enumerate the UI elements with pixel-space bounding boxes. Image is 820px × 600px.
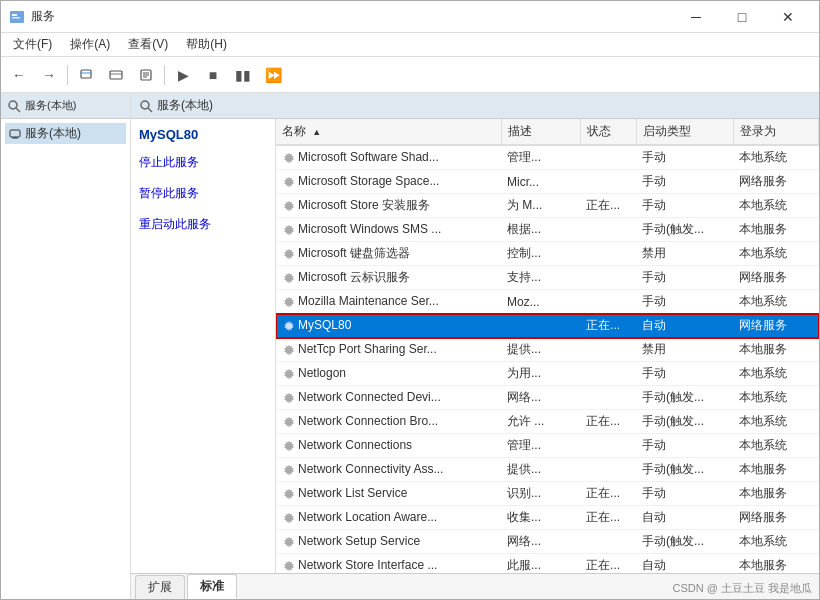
service-name-cell: Network Setup Service <box>276 530 501 554</box>
table-row[interactable]: Network Setup Service 网络... 手动(触发... 本地系… <box>276 530 819 554</box>
service-startup-cell: 手动 <box>636 290 733 314</box>
main-content: 服务(本地) 服务(本地) 服务(本地 <box>1 93 819 599</box>
back-button[interactable]: ← <box>5 61 33 89</box>
service-startup-cell: 手动(触发... <box>636 530 733 554</box>
service-desc-cell: 网络... <box>501 530 580 554</box>
toolbar-separator-1 <box>67 65 68 85</box>
service-desc-cell: 支持... <box>501 266 580 290</box>
table-row[interactable]: Microsoft Storage Space... Micr... 手动 网络… <box>276 170 819 194</box>
service-name-cell: Microsoft Storage Space... <box>276 170 501 194</box>
sidebar-tree: 服务(本地) <box>1 119 130 599</box>
table-header-row: 名称 ▲ 描述 状态 启动类型 登录为 <box>276 119 819 145</box>
service-startup-cell: 自动 <box>636 554 733 574</box>
show-button[interactable] <box>102 61 130 89</box>
service-desc-cell: 允许 ... <box>501 410 580 434</box>
service-actions: 停止此服务 暂停此服务 重启动此服务 <box>139 154 267 233</box>
tab-standard[interactable]: 标准 <box>187 574 237 599</box>
service-status-cell <box>580 145 636 170</box>
table-row[interactable]: Network Location Aware... 收集... 正在... 自动… <box>276 506 819 530</box>
service-startup-cell: 手动 <box>636 482 733 506</box>
properties-button[interactable] <box>132 61 160 89</box>
title-left: 服务 <box>9 8 55 25</box>
menu-help[interactable]: 帮助(H) <box>178 34 235 55</box>
table-row[interactable]: MySQL80 正在... 自动 网络服务 <box>276 314 819 338</box>
table-row[interactable]: Network Connections 管理... 手动 本地系统 <box>276 434 819 458</box>
sidebar-item-local[interactable]: 服务(本地) <box>5 123 126 144</box>
col-header-desc[interactable]: 描述 <box>501 119 580 145</box>
menu-view[interactable]: 查看(V) <box>120 34 176 55</box>
show-icon <box>109 68 123 82</box>
service-name-cell: Network Connection Bro... <box>276 410 501 434</box>
service-login-cell: 本地服务 <box>733 554 818 574</box>
up-button[interactable] <box>72 61 100 89</box>
tab-extend[interactable]: 扩展 <box>135 575 185 599</box>
service-name-cell: Netlogon <box>276 362 501 386</box>
service-name-cell: Microsoft Windows SMS ... <box>276 218 501 242</box>
service-name-cell: Microsoft 云标识服务 <box>276 266 501 290</box>
play-button[interactable]: ▶ <box>169 61 197 89</box>
svg-rect-2 <box>12 17 20 19</box>
service-login-cell: 网络服务 <box>733 266 818 290</box>
minimize-button[interactable]: ─ <box>673 1 719 33</box>
service-status-cell: 正在... <box>580 506 636 530</box>
table-row[interactable]: Network Connected Devi... 网络... 手动(触发...… <box>276 386 819 410</box>
service-status-cell <box>580 458 636 482</box>
svg-rect-4 <box>81 72 91 74</box>
sidebar: 服务(本地) 服务(本地) <box>1 93 131 599</box>
service-status-cell <box>580 218 636 242</box>
service-startup-cell: 手动 <box>636 170 733 194</box>
table-row[interactable]: Network List Service 识别... 正在... 手动 本地服务 <box>276 482 819 506</box>
table-row[interactable]: Microsoft Store 安装服务 为 M... 正在... 手动 本地系… <box>276 194 819 218</box>
service-name-cell: Microsoft Store 安装服务 <box>276 194 501 218</box>
service-desc-cell: 提供... <box>501 338 580 362</box>
menu-bar: 文件(F) 操作(A) 查看(V) 帮助(H) <box>1 33 819 57</box>
service-login-cell: 本地系统 <box>733 194 818 218</box>
maximize-button[interactable]: □ <box>719 1 765 33</box>
pause-button[interactable]: ▮▮ <box>229 61 257 89</box>
table-row[interactable]: Network Connection Bro... 允许 ... 正在... 手… <box>276 410 819 434</box>
forward-button[interactable]: → <box>35 61 63 89</box>
table-row[interactable]: Network Connectivity Ass... 提供... 手动(触发.… <box>276 458 819 482</box>
col-header-status[interactable]: 状态 <box>580 119 636 145</box>
title-bar: 服务 ─ □ ✕ <box>1 1 819 33</box>
table-row[interactable]: Netlogon 为用... 手动 本地系统 <box>276 362 819 386</box>
service-desc-cell: 为用... <box>501 362 580 386</box>
col-header-startup[interactable]: 启动类型 <box>636 119 733 145</box>
service-login-cell: 本地服务 <box>733 458 818 482</box>
selected-service-name: MySQL80 <box>139 127 267 146</box>
table-row[interactable]: Microsoft Software Shad... 管理... 手动 本地系统 <box>276 145 819 170</box>
service-list-body: Microsoft Software Shad... 管理... 手动 本地系统… <box>276 145 819 573</box>
col-header-name[interactable]: 名称 ▲ <box>276 119 501 145</box>
table-row[interactable]: Network Store Interface ... 此服... 正在... … <box>276 554 819 574</box>
restart-service-link[interactable]: 重启动此服务 <box>139 217 211 231</box>
table-row[interactable]: Microsoft Windows SMS ... 根据... 手动(触发...… <box>276 218 819 242</box>
menu-file[interactable]: 文件(F) <box>5 34 60 55</box>
table-row[interactable]: Mozilla Maintenance Ser... Moz... 手动 本地系… <box>276 290 819 314</box>
table-row[interactable]: Microsoft 键盘筛选器 控制... 禁用 本地系统 <box>276 242 819 266</box>
col-header-login[interactable]: 登录为 <box>733 119 818 145</box>
table-row[interactable]: Microsoft 云标识服务 支持... 手动 网络服务 <box>276 266 819 290</box>
properties-icon <box>139 68 153 82</box>
panel-search-icon <box>139 99 153 113</box>
up-icon <box>79 68 93 82</box>
service-status-cell: 正在... <box>580 554 636 574</box>
table-row[interactable]: NetTcp Port Sharing Ser... 提供... 禁用 本地服务 <box>276 338 819 362</box>
service-desc-cell: 控制... <box>501 242 580 266</box>
service-login-cell: 本地系统 <box>733 434 818 458</box>
service-status-cell: 正在... <box>580 410 636 434</box>
menu-action[interactable]: 操作(A) <box>62 34 118 55</box>
service-name-cell: Network List Service <box>276 482 501 506</box>
stop-button[interactable]: ■ <box>199 61 227 89</box>
service-startup-cell: 自动 <box>636 314 733 338</box>
service-table[interactable]: 名称 ▲ 描述 状态 启动类型 登录为 <box>276 119 819 573</box>
search-icon <box>7 99 21 113</box>
service-status-cell <box>580 290 636 314</box>
main-window: 服务 ─ □ ✕ 文件(F) 操作(A) 查看(V) 帮助(H) ← → <box>0 0 820 600</box>
pause-service-link[interactable]: 暂停此服务 <box>139 186 199 200</box>
close-button[interactable]: ✕ <box>765 1 811 33</box>
svg-line-12 <box>16 108 20 112</box>
service-login-cell: 网络服务 <box>733 506 818 530</box>
service-startup-cell: 禁用 <box>636 338 733 362</box>
restart-button[interactable]: ⏩ <box>259 61 287 89</box>
stop-service-link[interactable]: 停止此服务 <box>139 155 199 169</box>
